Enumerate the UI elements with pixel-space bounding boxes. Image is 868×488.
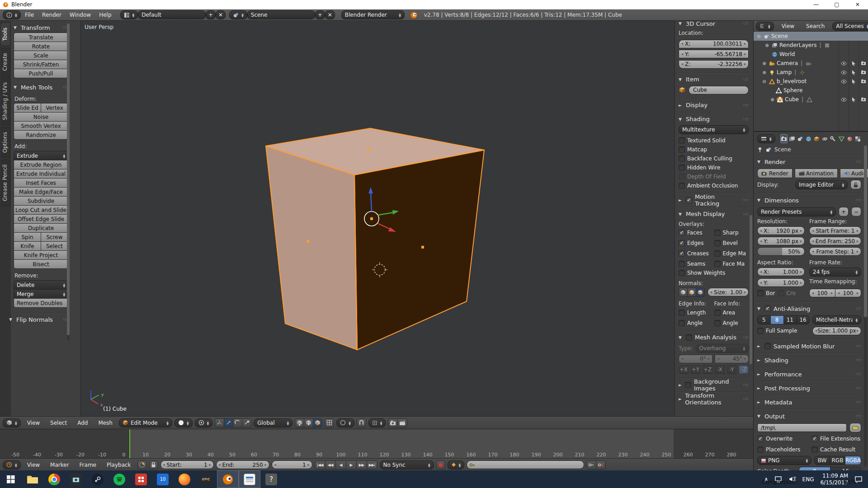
normals-size-field[interactable]: ◂Size:1.00▸ [708,288,749,296]
taskbar-app-firefox[interactable] [174,470,195,488]
checkbox[interactable]: ✓ [679,261,685,267]
minimize-button[interactable]: — [806,0,826,9]
expand-icon[interactable]: ⊕ [764,43,769,48]
decrement-arrow-icon[interactable]: ◂ [760,239,762,243]
insert-keyframe-button[interactable] [586,460,596,469]
overlay-faces-option[interactable]: ✓Faces [679,228,713,237]
expand-icon[interactable]: ⊕ [762,61,767,66]
checkbox[interactable]: ✓ [714,261,721,267]
add-layout-button[interactable]: + [206,10,216,19]
inset-faces-button[interactable]: Inset Faces [14,178,68,188]
jump-to-end-button[interactable]: ▶▶| [367,460,377,469]
pivot-point-select[interactable]: ▲▼ [195,418,213,427]
offset-edge-slide-button[interactable]: Offset Edge Slide [14,214,68,224]
overlay-sharp-option[interactable]: ✓Sharp [714,228,749,237]
overlay-seams-option[interactable]: ✓Seams [679,259,713,268]
mesh-analysis-panel-header[interactable]: ▼✓Mesh Analysis∷∷ [679,333,749,343]
file-extensions-option[interactable]: ✓File Extensions [811,434,861,443]
panel-grip-icon[interactable]: ∷∷ [856,400,861,404]
color-mode-rgba-button[interactable]: RGBA [845,456,861,465]
timeline-menu-view[interactable]: View [23,462,44,468]
resolution-scale-slider[interactable]: 50% [757,247,805,256]
checkbox[interactable]: ✓ [679,146,685,153]
render-display-select[interactable]: Image Editor▲▼ [795,180,848,189]
cursor-z-field[interactable]: ◂Z:-2.32256▸ [679,60,749,69]
increment-arrow-icon[interactable]: ▸ [744,42,746,46]
scene-icon-button[interactable]: ▲▼ [229,10,247,19]
manipulator-axes-toggle[interactable] [215,418,224,427]
extrude-menu[interactable]: Extrude▲▼ [14,151,68,160]
shading-mode-select[interactable]: Multitexture▲▼ [679,125,749,134]
panel-grip-icon[interactable]: ∷∷ [744,198,749,202]
delete-layout-button[interactable]: ✕ [216,10,226,19]
shading-panel-header[interactable]: ▼Shading∷∷ [679,114,749,124]
pin-icon[interactable] [757,147,763,153]
vertex-normals-toggle[interactable] [679,288,688,297]
increment-arrow-icon[interactable]: ▸ [800,281,802,285]
menu-help[interactable]: Help [95,12,115,18]
timeline-canvas[interactable]: -50-40-30-20-100102030405060708090100110… [0,429,753,458]
outliner-row-scene[interactable]: ⊖ Scene [754,32,868,41]
backface-culling-option[interactable]: ✓Backface Culling [679,154,749,163]
record-auto-key-toggle[interactable] [436,460,445,469]
extrude-region-button[interactable]: Extrude Region [14,160,68,169]
breadcrumb-scene[interactable]: Scene [774,146,791,153]
aa-filter-size-field[interactable]: ◂Size: 1.000 px▸ [812,327,861,335]
manipulator-translate-toggle[interactable] [224,418,233,427]
checkbox[interactable]: ✓ [679,240,685,246]
visibility-eye-icon[interactable] [839,68,849,77]
resolution-y-field[interactable]: ◂Y:1080 px▸ [757,237,805,245]
increment-arrow-icon[interactable]: ▸ [857,329,859,333]
decrement-arrow-icon[interactable]: ◂ [838,291,840,295]
current-frame-field[interactable]: ◂1▸ [272,460,312,469]
panel-grip-icon[interactable]: ∷∷ [856,306,861,311]
screw-button[interactable]: Screw [41,232,68,242]
border-option[interactable]: ✓Bor [757,289,775,298]
checkbox[interactable]: ✓ [686,197,692,203]
properties-scrollbar[interactable] [864,145,867,466]
background-images-panel-header[interactable]: ►✓Background Images∷∷ [679,380,749,390]
tab-grease-pencil[interactable]: Grease Pencil [1,160,10,206]
increment-arrow-icon[interactable]: ▸ [857,229,859,233]
tab-options[interactable]: Options [1,127,10,158]
color-mode-bw-button[interactable]: BW [814,456,830,465]
checkbox[interactable]: ✓ [679,250,685,257]
shading-panel-header-props[interactable]: ►Shading∷∷ [757,355,861,365]
flip-normals-panel-header[interactable]: ▼Flip Normals∷∷ [9,314,68,324]
face-area-option[interactable]: ✓Area [714,308,749,317]
overwrite-option[interactable]: ✓Overwrite [757,434,807,443]
checkbox[interactable]: ✓ [714,230,721,236]
panel-grip-icon[interactable]: ∷∷ [744,335,749,340]
edge-angle-option[interactable]: ✓Angle [679,319,713,328]
transform-panel-header[interactable]: ▼Transform∷∷ [14,23,68,33]
matcap-option[interactable]: ✓Matcap [679,145,749,154]
checkbox[interactable]: ✓ [757,328,764,334]
render-still-button[interactable]: Render [757,169,793,178]
mode-select[interactable]: Edit Mode▲▼ [119,418,172,427]
checkbox[interactable]: ✓ [679,270,685,276]
taskbar-app-steam[interactable] [87,470,108,488]
resolution-x-field[interactable]: ◂X:1920 px▸ [757,226,805,235]
outliner-menu-search[interactable]: Search [802,23,829,29]
checkbox[interactable]: ✓ [679,310,685,316]
overlay-creases-option[interactable]: ✓Creases [679,249,713,258]
increment-arrow-icon[interactable]: ▸ [744,291,746,294]
maximize-button[interactable]: ▢ [826,0,847,9]
overlay-face-marks-option[interactable]: ✓Face Ma [714,259,749,268]
taskbar-app-file-explorer[interactable] [22,470,43,488]
tab-world[interactable] [805,134,812,143]
mesh-display-panel-header[interactable]: ▼Mesh Display∷∷ [679,209,749,219]
full-sample-option[interactable]: ✓Full Sample [757,326,810,335]
outliner-display-mode-select[interactable]: All Scenes▲▼ [832,22,868,31]
hidden-wire-option[interactable]: ✓Hidden Wire [679,163,749,172]
translate-button[interactable]: Translate [14,33,68,42]
visibility-eye-icon[interactable] [839,77,849,86]
face-normals-toggle[interactable] [696,288,705,297]
add-preset-button[interactable]: + [839,207,849,216]
opengl-render-image-button[interactable] [388,418,398,427]
viewport-menu-add[interactable]: Add [73,420,92,426]
increment-arrow-icon[interactable]: ▸ [800,229,802,233]
scale-button[interactable]: Scale [14,51,68,60]
use-preview-range-toggle[interactable] [137,460,147,469]
shrink-fatten-button[interactable]: Shrink/Fatten [14,60,68,69]
